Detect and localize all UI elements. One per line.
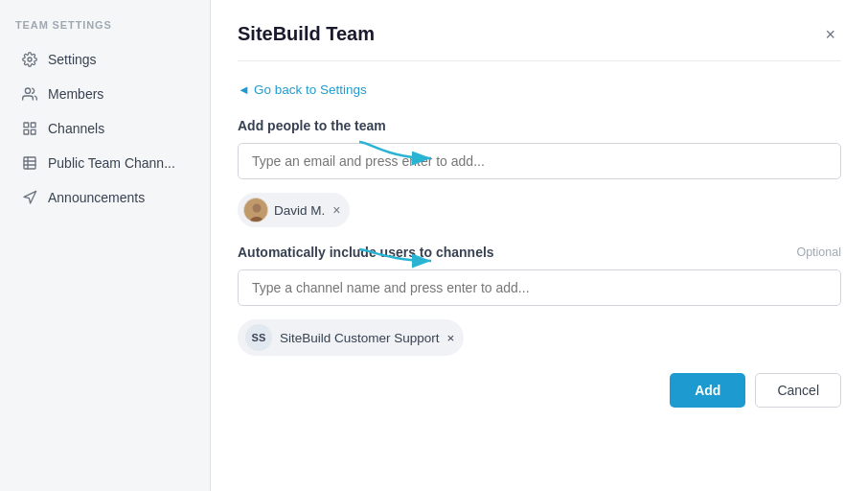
sidebar-item-announcements[interactable]: Announcements — [6, 180, 204, 215]
sidebar-item-public-channels-label: Public Team Chann... — [48, 155, 175, 171]
cancel-button[interactable]: Cancel — [755, 373, 841, 408]
dialog-title: SiteBuild Team — [238, 23, 375, 45]
avatar — [243, 198, 268, 222]
channels-input-wrapper — [238, 269, 841, 319]
add-people-input[interactable] — [238, 143, 841, 179]
channels-section-header: Automatically include users to channels … — [238, 245, 841, 260]
sidebar-item-channels-label: Channels — [48, 121, 104, 136]
svg-point-0 — [28, 58, 32, 61]
gear-icon — [21, 51, 38, 68]
chevron-left-icon: ◄ — [238, 82, 250, 97]
channel-chip: SS SiteBuild Customer Support × — [238, 319, 464, 356]
channel-chip-name: SiteBuild Customer Support — [280, 331, 440, 345]
svg-rect-3 — [31, 123, 35, 128]
dialog-header: SiteBuild Team × — [238, 23, 841, 61]
sidebar-item-members-label: Members — [48, 86, 103, 102]
svg-rect-5 — [31, 129, 35, 134]
channel-chip-close[interactable]: × — [447, 331, 455, 345]
sidebar-item-public-channels[interactable]: Public Team Chann... — [6, 146, 204, 180]
dialog-buttons: Add Cancel — [238, 373, 841, 408]
person-chip: David M. × — [238, 193, 350, 227]
channel-initials: SS — [245, 324, 272, 351]
person-chip-close[interactable]: × — [332, 203, 340, 217]
sidebar-item-channels[interactable]: Channels — [6, 111, 204, 146]
sidebar-section-title: TEAM SETTINGS — [0, 19, 210, 42]
back-link-label: Go back to Settings — [254, 82, 367, 97]
dialog: SiteBuild Team × ◄ Go back to Settings A… — [211, 0, 868, 491]
add-button[interactable]: Add — [670, 373, 745, 408]
sidebar-item-settings-label: Settings — [48, 52, 97, 67]
svg-rect-6 — [24, 157, 35, 169]
channel-chips: SS SiteBuild Customer Support × — [238, 319, 841, 356]
sidebar-item-announcements-label: Announcements — [48, 190, 145, 205]
optional-badge: Optional — [796, 246, 841, 259]
megaphone-icon — [21, 189, 38, 206]
grid-icon — [21, 120, 38, 137]
table-icon — [21, 154, 38, 172]
sidebar: TEAM SETTINGS Settings Members — [0, 0, 211, 491]
sidebar-item-members[interactable]: Members — [6, 77, 204, 111]
close-button[interactable]: × — [819, 24, 841, 45]
add-people-label: Add people to the team — [238, 118, 841, 133]
main-content: SiteBuild Team × ◄ Go back to Settings A… — [211, 0, 868, 491]
channels-label: Automatically include users to channels — [238, 245, 494, 260]
svg-rect-4 — [24, 129, 29, 134]
people-icon — [21, 85, 38, 103]
svg-point-11 — [253, 204, 262, 213]
channels-input[interactable] — [238, 269, 841, 306]
svg-rect-2 — [24, 123, 29, 128]
svg-point-1 — [25, 88, 30, 93]
back-link[interactable]: ◄ Go back to Settings — [238, 82, 367, 97]
sidebar-item-settings[interactable]: Settings — [6, 42, 204, 77]
person-chip-name: David M. — [274, 203, 325, 218]
people-chips: David M. × — [238, 193, 841, 227]
